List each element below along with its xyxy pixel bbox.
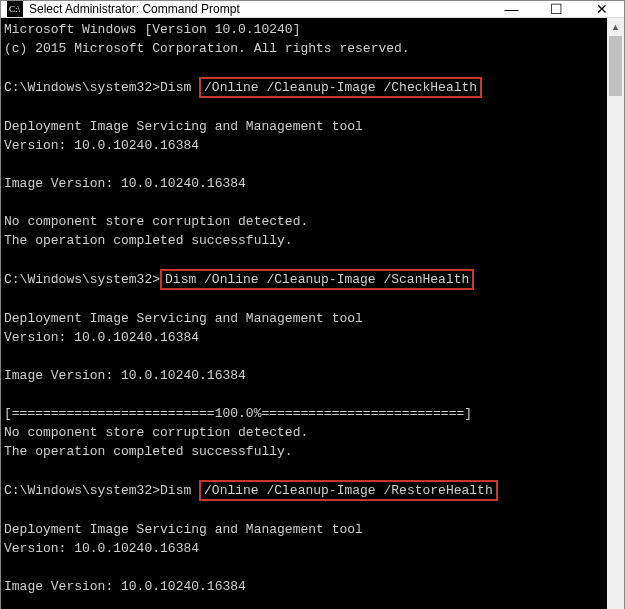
minimize-button[interactable]: —	[489, 1, 534, 17]
tool-line-2: Deployment Image Servicing and Managemen…	[4, 311, 363, 326]
titlebar[interactable]: C:\ Select Administrator: Command Prompt…	[1, 1, 624, 18]
os-version-line: Microsoft Windows [Version 10.0.10240]	[4, 22, 300, 37]
version-line-2: Version: 10.0.10240.16384	[4, 330, 199, 345]
copyright-line: (c) 2015 Microsoft Corporation. All righ…	[4, 41, 410, 56]
image-version-3: Image Version: 10.0.10240.16384	[4, 579, 246, 594]
vertical-scrollbar[interactable]: ▲ ▼	[607, 18, 624, 609]
cmd1-prefix: Dism	[160, 80, 199, 95]
completed-1: The operation completed successfully.	[4, 233, 293, 248]
prompt-3: C:\Windows\system32>	[4, 483, 160, 498]
version-line-1: Version: 10.0.10240.16384	[4, 138, 199, 153]
scroll-thumb[interactable]	[609, 36, 622, 96]
svg-text:C:\: C:\	[9, 4, 21, 14]
no-corruption-1: No component store corruption detected.	[4, 214, 308, 229]
app-icon: C:\	[7, 1, 23, 17]
prompt-1: C:\Windows\system32>	[4, 80, 160, 95]
tool-line-3: Deployment Image Servicing and Managemen…	[4, 522, 363, 537]
scroll-up-button[interactable]: ▲	[607, 18, 624, 35]
client-area: Microsoft Windows [Version 10.0.10240] (…	[1, 18, 624, 609]
cmd2-highlight: Dism /Online /Cleanup-Image /ScanHealth	[160, 269, 474, 290]
close-button[interactable]: ✕	[579, 1, 624, 17]
completed-2: The operation completed successfully.	[4, 444, 293, 459]
window-title: Select Administrator: Command Prompt	[29, 2, 489, 16]
cmd3-prefix: Dism	[160, 483, 199, 498]
prompt-2: C:\Windows\system32>	[4, 272, 160, 287]
cmd1-highlight: /Online /Cleanup-Image /CheckHealth	[199, 77, 482, 98]
cmd3-highlight: /Online /Cleanup-Image /RestoreHealth	[199, 480, 498, 501]
terminal-output[interactable]: Microsoft Windows [Version 10.0.10240] (…	[1, 18, 607, 609]
command-prompt-window: C:\ Select Administrator: Command Prompt…	[0, 0, 625, 609]
window-controls: — ☐ ✕	[489, 1, 624, 17]
no-corruption-2: No component store corruption detected.	[4, 425, 308, 440]
maximize-button[interactable]: ☐	[534, 1, 579, 17]
tool-line-1: Deployment Image Servicing and Managemen…	[4, 119, 363, 134]
image-version-2: Image Version: 10.0.10240.16384	[4, 368, 246, 383]
version-line-3: Version: 10.0.10240.16384	[4, 541, 199, 556]
progress-1: [==========================100.0%=======…	[4, 406, 472, 421]
image-version-1: Image Version: 10.0.10240.16384	[4, 176, 246, 191]
